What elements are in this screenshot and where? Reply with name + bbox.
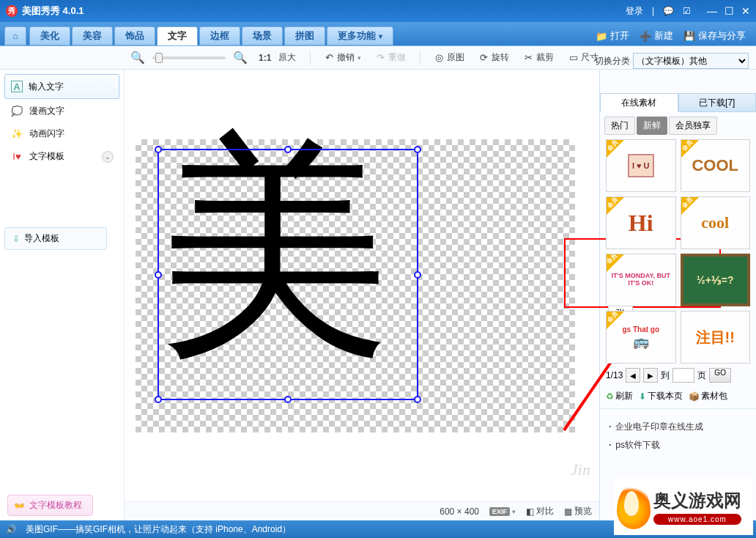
material-item[interactable]: 会员gs That go🚌 bbox=[606, 311, 676, 364]
flame-icon bbox=[617, 484, 651, 529]
sidebar-anim-text[interactable]: ✨ 动画闪字 bbox=[4, 123, 119, 144]
import-template-button[interactable]: ⇩ 导入模板 bbox=[4, 227, 107, 250]
feedback-icon[interactable]: 💬 bbox=[663, 6, 674, 16]
page-info: 1/13 bbox=[606, 370, 623, 380]
sidebar-item-label: 输入文字 bbox=[29, 81, 64, 93]
undo-button[interactable]: ↶撤销▾ bbox=[321, 49, 365, 66]
tab-frame[interactable]: 边框 bbox=[199, 26, 240, 45]
sidebar-input-text[interactable]: A 输入文字 bbox=[4, 74, 119, 99]
expand-icon[interactable]: ⌄ bbox=[102, 151, 114, 163]
sidebar-item-label: 文字模板 bbox=[29, 150, 64, 163]
handle-top-left[interactable] bbox=[155, 146, 162, 153]
compare-button[interactable]: ◧对比 bbox=[526, 505, 554, 517]
material-item[interactable]: ½+⅓=? bbox=[681, 254, 751, 306]
overlay-brand: 奥义游戏网 bbox=[653, 489, 741, 512]
zoom-actual-button[interactable]: 1:1 原大 bbox=[255, 49, 300, 66]
crop-button[interactable]: ✂裁剪 bbox=[520, 49, 557, 66]
watermark-overlay: 奥义游戏网 www.aoe1.com bbox=[614, 478, 753, 535]
refresh-icon: ♻ bbox=[606, 391, 614, 402]
handle-mid-left[interactable] bbox=[155, 271, 162, 279]
settings-icon[interactable]: ☑ bbox=[683, 6, 691, 16]
zoom-in-icon[interactable]: 🔍 bbox=[233, 51, 248, 65]
minimize-icon[interactable]: — bbox=[707, 5, 717, 17]
page-go-button[interactable]: GO bbox=[709, 368, 731, 383]
maximize-icon[interactable]: ☐ bbox=[724, 5, 734, 17]
status-promo[interactable]: 美图GIF——搞笑GIF相机，让照片动起来（支持 iPhone、Android） bbox=[26, 523, 291, 536]
handle-mid-right[interactable] bbox=[414, 271, 421, 279]
handle-top-mid[interactable] bbox=[284, 146, 292, 153]
handle-bottom-mid[interactable] bbox=[284, 396, 292, 403]
compare-icon: ◧ bbox=[526, 506, 534, 517]
material-pack-button[interactable]: 📦素材包 bbox=[689, 390, 727, 402]
tab-online-materials[interactable]: 在线素材 bbox=[600, 93, 678, 112]
plus-icon: ➕ bbox=[640, 30, 651, 42]
download-icon: ⬇ bbox=[639, 391, 646, 402]
material-item[interactable]: 会员IT'S MONDAY, BUT IT'S OK! bbox=[606, 254, 676, 306]
page-input[interactable] bbox=[672, 368, 694, 383]
hand-icon: 👐 bbox=[14, 501, 25, 511]
material-item[interactable]: 注目!! bbox=[681, 311, 751, 364]
save-share-button[interactable]: 💾保存与分享 bbox=[683, 29, 746, 43]
text-a-icon: A bbox=[11, 81, 23, 92]
sparkle-icon: ✨ bbox=[10, 128, 23, 140]
tab-beautify[interactable]: 美化 bbox=[29, 26, 70, 45]
tab-text[interactable]: 文字 bbox=[157, 26, 198, 45]
filter-hot[interactable]: 热门 bbox=[604, 117, 635, 135]
exif-button[interactable]: EXIF▾ bbox=[489, 507, 516, 516]
home-tab[interactable]: ⌂ bbox=[4, 26, 26, 45]
folder-icon: 📁 bbox=[596, 30, 607, 42]
category-label: 切换分类 bbox=[595, 55, 630, 67]
selection-box[interactable] bbox=[158, 149, 418, 400]
category-select[interactable]: （文字模板）其他 bbox=[633, 53, 749, 69]
tab-decoration[interactable]: 饰品 bbox=[114, 26, 155, 45]
undo-icon: ↶ bbox=[325, 52, 335, 63]
material-item[interactable]: 会员cool bbox=[681, 196, 751, 249]
sidebar-text-template[interactable]: I♥ 文字模板 ⌄ bbox=[4, 146, 119, 167]
comic-bubble-icon: 💭 bbox=[10, 106, 23, 117]
preview-button[interactable]: ▦预览 bbox=[564, 505, 592, 517]
open-file-button[interactable]: 📁打开 bbox=[596, 29, 629, 43]
zoom-out-icon[interactable]: 🔍 bbox=[130, 51, 145, 65]
handle-top-right[interactable] bbox=[414, 146, 421, 153]
tab-scene[interactable]: 场景 bbox=[242, 26, 283, 45]
preview-icon: ▦ bbox=[564, 506, 572, 517]
tutorial-button[interactable]: 👐 文字模板教程 bbox=[7, 495, 93, 516]
page-next-button[interactable]: ▶ bbox=[643, 368, 658, 383]
canvas-dimensions: 600 × 400 bbox=[440, 506, 479, 517]
overlay-url: www.aoe1.com bbox=[653, 514, 741, 525]
page-prev-button[interactable]: ◀ bbox=[626, 368, 640, 383]
tab-downloaded[interactable]: 已下载[7] bbox=[678, 93, 757, 112]
canvas[interactable]: 美 bbox=[136, 139, 575, 432]
app-logo-icon: 秀 bbox=[6, 5, 18, 17]
rotate-button[interactable]: ⟳旋转 bbox=[475, 49, 513, 66]
download-page-button[interactable]: ⬇下载本页 bbox=[639, 390, 683, 402]
tab-face[interactable]: 美容 bbox=[72, 26, 113, 45]
tab-collage[interactable]: 拼图 bbox=[284, 26, 325, 45]
new-file-button[interactable]: ➕新建 bbox=[640, 29, 673, 43]
promo-link[interactable]: ps软件下载 bbox=[609, 436, 747, 454]
material-item[interactable]: 会员I ♥ U bbox=[606, 139, 676, 192]
import-icon: ⇩ bbox=[12, 234, 20, 244]
promo-link[interactable]: 企业电子印章在线生成 bbox=[609, 418, 747, 436]
tutorial-label: 文字模板教程 bbox=[29, 499, 82, 512]
login-link[interactable]: 登录 bbox=[626, 5, 643, 18]
crop-icon: ✂ bbox=[524, 52, 534, 63]
material-item[interactable]: 会员COOL bbox=[681, 139, 751, 192]
refresh-button[interactable]: ♻刷新 bbox=[606, 390, 633, 402]
material-item[interactable]: 会员Hi bbox=[606, 196, 676, 249]
eye-icon: ◎ bbox=[434, 52, 445, 63]
redo-icon: ↷ bbox=[376, 52, 386, 63]
save-icon: 💾 bbox=[683, 30, 695, 42]
close-icon[interactable]: ✕ bbox=[741, 5, 750, 17]
zoom-slider[interactable] bbox=[152, 56, 226, 59]
import-label: 导入模板 bbox=[24, 232, 59, 245]
original-image-button[interactable]: ◎原图 bbox=[431, 49, 468, 66]
package-icon: 📦 bbox=[689, 391, 700, 402]
redo-button[interactable]: ↷重做 bbox=[372, 49, 410, 66]
filter-new[interactable]: 新鲜 bbox=[637, 117, 667, 135]
handle-bottom-left[interactable] bbox=[155, 396, 162, 403]
filter-vip[interactable]: 会员独享 bbox=[669, 117, 717, 135]
tab-more[interactable]: 更多功能▾ bbox=[327, 26, 393, 45]
handle-bottom-right[interactable] bbox=[414, 396, 421, 403]
sidebar-comic-text[interactable]: 💭 漫画文字 bbox=[4, 100, 119, 122]
